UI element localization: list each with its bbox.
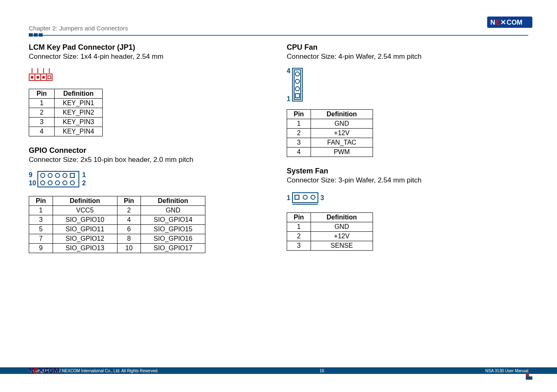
svg-point-23	[41, 181, 45, 185]
table-row: 4KEY_PIN4	[29, 127, 103, 136]
svg-point-20	[55, 173, 60, 178]
svg-rect-37	[292, 193, 318, 203]
gpio-title: GPIO Connector	[29, 146, 270, 155]
svg-point-21	[63, 173, 67, 178]
jp1-diagram	[29, 67, 270, 85]
table-row: 2+12V	[287, 232, 373, 241]
table-row: 5SIO_GPIO116SIO_GPIO15	[29, 225, 205, 234]
th-pin: Pin	[29, 89, 55, 99]
svg-point-27	[70, 181, 74, 185]
gpio-table: Pin Definition Pin Definition 1VCC52GND …	[29, 196, 205, 253]
table-row: 1VCC52GND	[29, 206, 205, 215]
gpio-sub: Connector Size: 2x5 10-pin box header, 2…	[29, 156, 270, 164]
footer-page: 16	[320, 369, 324, 373]
table-row: 2KEY_PIN2	[29, 108, 103, 118]
table-row: 1GND	[287, 119, 373, 129]
table-row: 2+12V	[287, 129, 373, 138]
table-row: 3FAN_TAC	[287, 138, 373, 148]
svg-point-25	[55, 181, 60, 185]
left-column: LCM Key Pad Connector (JP1) Connector Si…	[29, 41, 270, 263]
svg-point-32	[295, 72, 299, 76]
jp1-sub: Connector Size: 1x4 4-pin header, 2.54 m…	[29, 53, 270, 61]
footer-bar: Copyright © 2012 NEXCOM International Co…	[0, 367, 557, 374]
footer: NE✕COM Copyright © 2012 NEXCOM Internati…	[0, 367, 557, 387]
svg-rect-35	[295, 94, 299, 98]
cpufan-table: Pin Definition 1GND 2+12V 3FAN_TAC 4PWM	[287, 109, 373, 157]
svg-text:1: 1	[287, 194, 290, 201]
sysfan-diagram: 1 3	[287, 190, 528, 208]
svg-point-15	[42, 76, 45, 79]
footer-logo: NE✕COM	[29, 366, 59, 375]
diag-label: 10	[29, 180, 36, 187]
brand-logo: N E ✕ COM	[487, 16, 532, 30]
gpio-diagram: 9 10 1 2	[29, 170, 270, 192]
svg-point-26	[63, 181, 67, 185]
table-row: 7SIO_GPIO128SIO_GPIO16	[29, 234, 205, 244]
svg-point-18	[41, 173, 45, 178]
table-row: 4PWM	[287, 148, 373, 157]
diag-label: 9	[29, 171, 32, 178]
svg-text:E: E	[496, 18, 500, 26]
svg-point-40	[303, 195, 307, 199]
chapter-heading: Chapter 2: Jumpers and Connectors	[29, 25, 528, 32]
sysfan-sub: Connector Size: 3-pin Wafer, 2.54 mm pit…	[287, 176, 528, 184]
sysfan-title: System Fan	[287, 167, 528, 175]
svg-rect-16	[48, 76, 51, 79]
table-row: Pin Definition	[287, 213, 373, 222]
table-row: Pin Definition	[287, 110, 373, 119]
page: N E ✕ COM Chapter 2: Jumpers and Connect…	[0, 0, 557, 392]
svg-rect-39	[295, 195, 299, 199]
table-row: 3SENSE	[287, 241, 373, 251]
svg-point-41	[311, 195, 315, 199]
jp1-title: LCM Key Pad Connector (JP1)	[29, 43, 270, 52]
table-row: Pin Definition	[29, 89, 103, 99]
svg-text:4: 4	[287, 67, 290, 74]
table-row: 3SIO_GPIO104SIO_GPIO14	[29, 215, 205, 225]
svg-point-14	[37, 76, 39, 79]
th-def: Definition	[54, 89, 102, 99]
svg-rect-22	[70, 173, 74, 178]
sysfan-table: Pin Definition 1GND 2+12V 3SENSE	[287, 212, 373, 251]
svg-text:✕: ✕	[500, 18, 506, 26]
svg-text:COM: COM	[506, 18, 522, 26]
svg-point-24	[48, 181, 52, 185]
svg-text:1: 1	[287, 95, 290, 102]
table-row: 1GND	[287, 222, 373, 232]
footer-corner-icon	[526, 371, 532, 377]
cpufan-sub: Connector Size: 4-pin Wafer, 2.54 mm pit…	[287, 53, 528, 61]
svg-point-13	[31, 76, 34, 79]
table-row: 9SIO_GPIO1310SIO_GPIO17	[29, 244, 205, 253]
content-columns: LCM Key Pad Connector (JP1) Connector Si…	[29, 41, 528, 263]
svg-text:3: 3	[320, 194, 324, 201]
jp1-table: Pin Definition 1KEY_PIN1 2KEY_PIN2 3KEY_…	[29, 89, 103, 136]
svg-point-33	[295, 79, 299, 83]
diag-label: 2	[82, 180, 86, 187]
cpufan-title: CPU Fan	[287, 43, 528, 52]
diag-label: 1	[82, 171, 86, 178]
table-row: 3KEY_PIN3	[29, 118, 103, 127]
right-column: CPU Fan Connector Size: 4-pin Wafer, 2.5…	[287, 41, 528, 263]
footer-doc: NSA 3130 User Manual	[485, 369, 528, 373]
svg-point-34	[295, 87, 299, 91]
svg-point-19	[48, 173, 52, 178]
table-row: 1KEY_PIN1	[29, 99, 103, 108]
divider	[29, 33, 528, 37]
svg-text:N: N	[490, 18, 495, 26]
cpufan-diagram: 4 1	[287, 67, 528, 105]
table-row: Pin Definition Pin Definition	[29, 196, 205, 206]
